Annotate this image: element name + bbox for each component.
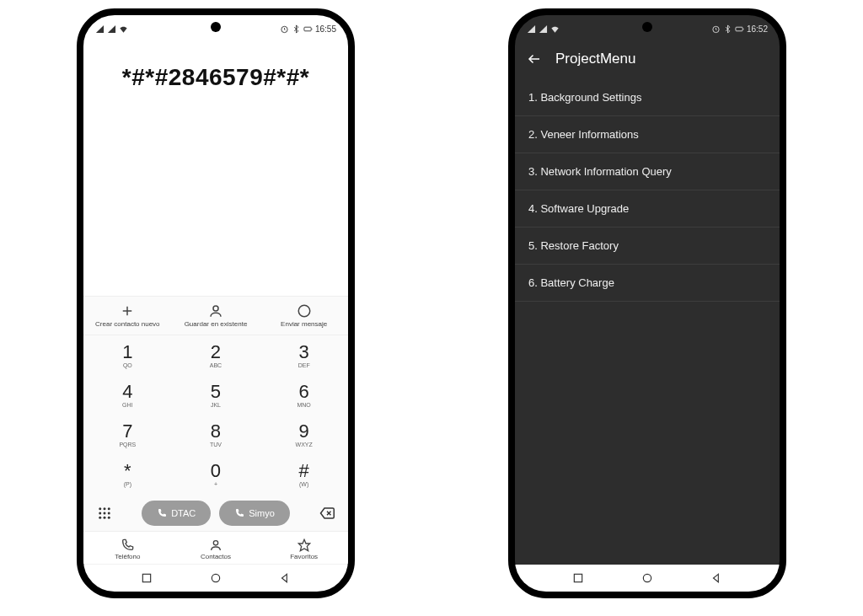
status-time: 16:52 bbox=[747, 24, 768, 34]
menu-item-network-info[interactable]: 3. Network Information Query bbox=[515, 153, 780, 190]
svg-point-11 bbox=[104, 512, 106, 515]
signal-icon bbox=[527, 24, 536, 34]
back-arrow-icon[interactable] bbox=[527, 51, 542, 67]
tab-favorites-label: Favoritos bbox=[290, 553, 318, 560]
alarm-icon bbox=[280, 24, 289, 34]
tab-contacts[interactable]: Contactos bbox=[172, 532, 260, 564]
page-title: ProjectMenu bbox=[555, 51, 635, 67]
call-row: DTAC Simyo bbox=[83, 494, 348, 531]
signal-icon-2 bbox=[539, 24, 548, 34]
key-4[interactable]: 4GHI bbox=[83, 375, 172, 415]
dialpad-icon[interactable] bbox=[97, 506, 112, 521]
menu-item-battery-charge[interactable]: 6. Battery Charge bbox=[515, 265, 780, 302]
save-existing-button[interactable]: Guardar en existente bbox=[172, 297, 260, 335]
dialer-actions: Crear contacto nuevo Guardar en existent… bbox=[83, 296, 348, 335]
projectmenu-list: 1. Background Settings 2. Veneer Informa… bbox=[515, 79, 780, 302]
phone-icon bbox=[121, 538, 134, 552]
system-nav bbox=[515, 565, 780, 592]
svg-point-15 bbox=[108, 517, 110, 519]
call-sim1-label: DTAC bbox=[171, 508, 196, 518]
call-sim1-button[interactable]: DTAC bbox=[142, 501, 211, 526]
key-2[interactable]: 2ABC bbox=[172, 335, 260, 375]
bluetooth-icon bbox=[723, 24, 732, 34]
svg-marker-22 bbox=[282, 574, 287, 581]
nav-back-icon[interactable] bbox=[710, 572, 722, 584]
key-5[interactable]: 5JKL bbox=[172, 375, 260, 415]
status-time: 16:55 bbox=[315, 24, 336, 34]
key-star[interactable]: *(P) bbox=[83, 454, 172, 494]
person-icon bbox=[208, 303, 223, 319]
star-icon bbox=[297, 538, 311, 552]
svg-point-7 bbox=[99, 507, 101, 510]
svg-point-13 bbox=[99, 517, 101, 519]
svg-point-14 bbox=[104, 517, 106, 519]
signal-icon-2 bbox=[107, 24, 116, 34]
camera-notch bbox=[642, 22, 652, 32]
svg-point-12 bbox=[108, 512, 110, 515]
key-3[interactable]: 3DEF bbox=[260, 335, 348, 375]
send-message-label: Enviar mensaje bbox=[281, 320, 327, 328]
key-1[interactable]: 1QO bbox=[83, 335, 172, 375]
battery-icon bbox=[735, 24, 744, 34]
call-sim2-label: Simyo bbox=[249, 508, 275, 518]
phone-icon bbox=[157, 508, 167, 518]
backspace-icon[interactable] bbox=[319, 506, 335, 521]
battery-icon bbox=[303, 24, 313, 34]
key-hash[interactable]: #(W) bbox=[260, 454, 348, 494]
nav-home-icon[interactable] bbox=[210, 572, 222, 584]
svg-rect-27 bbox=[574, 574, 582, 581]
phone-dialer: 16:55 *#*#2846579#*#* Crear contacto nue… bbox=[77, 8, 355, 598]
svg-marker-19 bbox=[298, 539, 309, 550]
svg-point-18 bbox=[213, 541, 217, 545]
camera-notch bbox=[211, 22, 221, 32]
phone-projectmenu: 16:52 ProjectMenu 1. Background Settings… bbox=[508, 8, 786, 598]
new-contact-button[interactable]: Crear contacto nuevo bbox=[83, 297, 172, 335]
nav-home-icon[interactable] bbox=[641, 572, 653, 584]
key-9[interactable]: 9WXYZ bbox=[260, 415, 348, 454]
nav-recent-icon[interactable] bbox=[141, 572, 153, 584]
svg-point-10 bbox=[99, 512, 101, 515]
call-sim2-button[interactable]: Simyo bbox=[219, 501, 290, 526]
dialed-number: *#*#2846579#*#* bbox=[83, 39, 348, 99]
svg-point-5 bbox=[213, 306, 218, 311]
svg-marker-29 bbox=[714, 574, 719, 581]
nav-recent-icon[interactable] bbox=[572, 572, 584, 584]
svg-point-21 bbox=[212, 574, 219, 581]
projectmenu-header: ProjectMenu bbox=[515, 39, 780, 79]
svg-point-9 bbox=[108, 507, 110, 510]
svg-point-28 bbox=[643, 574, 651, 581]
svg-rect-1 bbox=[304, 27, 311, 31]
save-existing-label: Guardar en existente bbox=[185, 320, 248, 328]
send-message-button[interactable]: Enviar mensaje bbox=[260, 297, 348, 335]
wifi-icon bbox=[119, 24, 128, 34]
bottom-tabs: Teléfono Contactos Favoritos bbox=[83, 531, 348, 564]
tab-phone-label: Teléfono bbox=[115, 553, 140, 560]
svg-point-6 bbox=[298, 305, 310, 317]
tab-favorites[interactable]: Favoritos bbox=[260, 532, 348, 564]
key-6[interactable]: 6MNO bbox=[260, 375, 348, 415]
svg-rect-24 bbox=[736, 27, 742, 31]
contacts-icon bbox=[209, 538, 222, 552]
system-nav bbox=[83, 564, 348, 592]
bluetooth-icon bbox=[292, 24, 301, 34]
tab-contacts-label: Contactos bbox=[201, 553, 231, 560]
menu-item-restore-factory[interactable]: 5. Restore Factory bbox=[515, 228, 780, 265]
key-7[interactable]: 7PQRS bbox=[83, 415, 172, 454]
signal-icon bbox=[95, 24, 105, 34]
keypad: 1QO 2ABC 3DEF 4GHI 5JKL 6MNO 7PQRS 8TUV … bbox=[83, 335, 348, 494]
wifi-icon bbox=[550, 24, 560, 34]
menu-item-veneer-info[interactable]: 2. Veneer Informations bbox=[515, 116, 780, 153]
message-icon bbox=[297, 303, 312, 319]
key-8[interactable]: 8TUV bbox=[172, 415, 260, 454]
svg-rect-20 bbox=[142, 574, 150, 581]
plus-icon bbox=[120, 303, 135, 319]
menu-item-software-upgrade[interactable]: 4. Software Upgrade bbox=[515, 190, 780, 228]
tab-phone[interactable]: Teléfono bbox=[83, 532, 172, 564]
svg-point-8 bbox=[104, 507, 106, 510]
phone-icon bbox=[234, 508, 244, 518]
menu-item-background-settings[interactable]: 1. Background Settings bbox=[515, 79, 780, 116]
new-contact-label: Crear contacto nuevo bbox=[95, 320, 160, 328]
alarm-icon bbox=[711, 24, 721, 34]
nav-back-icon[interactable] bbox=[279, 572, 291, 584]
key-0[interactable]: 0+ bbox=[172, 454, 260, 494]
